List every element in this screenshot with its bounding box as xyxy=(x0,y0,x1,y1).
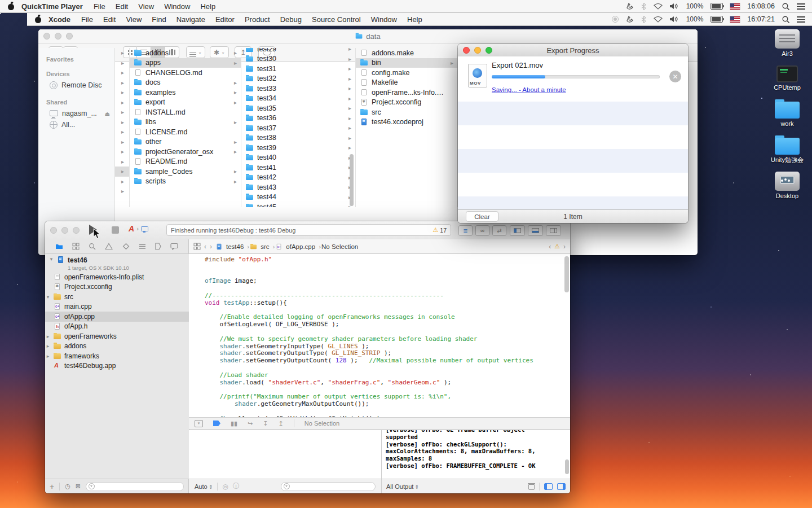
jumpbar-forward-button[interactable]: › xyxy=(210,243,212,251)
finder-item-arrow-stub[interactable]: ▸ xyxy=(115,87,129,98)
finder-item[interactable]: scripts ▸ xyxy=(130,177,241,187)
disclosure-triangle[interactable]: ▸ xyxy=(45,353,51,359)
assistant-editor-button[interactable]: ∞ xyxy=(475,225,489,236)
issue-navigator-icon[interactable] xyxy=(105,243,113,250)
minimize-button[interactable] xyxy=(55,33,61,40)
breadcrumb[interactable]: No Selection › xyxy=(321,243,358,250)
finder-item[interactable]: examples ▸ xyxy=(130,87,241,98)
spotlight-search-icon[interactable] xyxy=(782,16,789,23)
export-titlebar[interactable]: Export Progress xyxy=(458,44,688,57)
finder-item[interactable]: INSTALL.md xyxy=(130,107,241,117)
finder-item[interactable]: addons.make xyxy=(356,48,457,58)
minimize-button[interactable] xyxy=(61,227,68,234)
warning-count-badge[interactable]: ⚠ 17 xyxy=(433,226,447,234)
breakpoints-toggle-icon[interactable] xyxy=(213,421,220,426)
disclosure-triangle[interactable]: ▸ xyxy=(45,343,51,349)
finder-item-arrow-stub[interactable]: ▸ xyxy=(115,157,129,167)
project-navigator-icon[interactable] xyxy=(55,243,63,250)
navigator-row[interactable]: Project.xcconfig xyxy=(45,282,189,292)
menu-item[interactable]: File xyxy=(94,2,105,11)
show-console-view-icon[interactable] xyxy=(557,483,566,490)
zoom-button[interactable] xyxy=(486,47,492,54)
recent-files-icon[interactable]: ◷ xyxy=(65,483,70,490)
battery-icon[interactable] xyxy=(710,16,723,23)
menu-item[interactable]: Edit xyxy=(116,2,128,11)
finder-item[interactable]: test30 ▸ xyxy=(241,54,355,64)
finder-item-arrow-stub[interactable]: ▸ xyxy=(115,58,129,68)
xcode-toolbar[interactable]: A › Finished running test46Debug : test4… xyxy=(45,221,570,240)
menu-item[interactable]: Navigate xyxy=(176,15,205,24)
finder-item[interactable]: test34 ▸ xyxy=(241,94,355,104)
volume-icon[interactable] xyxy=(670,3,679,10)
previous-issue-button[interactable]: ‹ xyxy=(549,243,551,251)
search-navigator-icon[interactable] xyxy=(89,243,96,250)
finder-column-arrows[interactable]: ▸▸▸▸▸▸▸▸▸▸▸▸▸▸▸ xyxy=(115,48,130,207)
menu-item[interactable]: File xyxy=(81,15,93,24)
wifi-icon[interactable] xyxy=(654,16,663,23)
scm-status-icon[interactable]: ⊠ xyxy=(76,483,81,490)
show-variables-view-icon[interactable] xyxy=(544,483,553,490)
toggle-debug-area-button[interactable] xyxy=(528,225,543,236)
menu-item[interactable]: Product xyxy=(245,15,270,24)
finder-item-arrow-stub[interactable]: ▸ xyxy=(115,127,129,137)
finder-item[interactable]: test35 ▸ xyxy=(241,103,355,113)
scheme-selector[interactable]: A › xyxy=(129,224,148,233)
finder-item[interactable]: test29 ▸ xyxy=(241,48,355,54)
breadcrumb[interactable]: test46 › xyxy=(215,243,250,250)
navigator-row[interactable]: ▸ frameworks xyxy=(45,351,189,361)
finder-item[interactable]: apps ▸ xyxy=(130,58,241,68)
finder-item[interactable]: test43 ▸ xyxy=(241,182,355,192)
finder-item[interactable]: other ▸ xyxy=(130,137,241,147)
navigator-row[interactable]: main.cpp xyxy=(45,302,189,312)
zoom-button[interactable] xyxy=(66,33,73,40)
bluetooth-icon[interactable] xyxy=(641,3,646,10)
finder-item[interactable]: CHANGELOG.md xyxy=(130,68,241,78)
navigator-row[interactable]: ▾ src xyxy=(45,292,189,302)
finder-item[interactable]: README.md xyxy=(130,157,241,167)
finder-item-arrow-stub[interactable]: ▸ xyxy=(115,78,129,88)
sidebar-item-all[interactable]: All... xyxy=(38,119,114,130)
close-button[interactable] xyxy=(43,33,50,40)
navigator-row[interactable]: ofApp.h xyxy=(45,322,189,332)
menu-item[interactable]: View xyxy=(138,2,154,11)
step-out-button[interactable]: ↥ xyxy=(279,420,284,427)
desktop-icon[interactable]: Desktop xyxy=(775,172,800,199)
source-editor[interactable]: #include "ofApp.h" ofImage image; //----… xyxy=(189,254,570,417)
navigator-row[interactable]: ▸ openFrameworks xyxy=(45,331,189,341)
finder-item[interactable]: openFrame...ks-Info.plist xyxy=(356,87,457,98)
symbol-navigator-icon[interactable] xyxy=(72,243,80,250)
step-into-button[interactable]: ↧ xyxy=(263,420,268,427)
desktop-icon[interactable]: work xyxy=(775,99,800,127)
version-editor-button[interactable]: ⇄ xyxy=(492,225,506,236)
variables-filter-field[interactable] xyxy=(281,482,376,491)
report-navigator-icon[interactable] xyxy=(170,243,178,250)
finder-item[interactable]: bin ▸ xyxy=(356,58,457,68)
close-button[interactable] xyxy=(50,227,57,234)
column-scrollbar[interactable] xyxy=(350,154,354,206)
finder-titlebar[interactable]: data xyxy=(38,29,698,43)
debug-navigator-icon[interactable] xyxy=(139,243,146,250)
finder-item[interactable]: test44 ▸ xyxy=(241,192,355,203)
finder-item-arrow-stub[interactable]: ▸ xyxy=(115,186,129,196)
finder-item[interactable]: LICENSE.md xyxy=(130,127,241,137)
finder-item-arrow-stub[interactable]: ▸ xyxy=(115,48,129,58)
finder-item[interactable]: test36 ▸ xyxy=(241,113,355,124)
menubar-clock[interactable]: 16:07:21 xyxy=(747,15,775,23)
desktop-icon[interactable]: Unity勉強会 xyxy=(771,135,804,163)
breakpoint-navigator-icon[interactable] xyxy=(155,243,161,250)
related-items-icon[interactable] xyxy=(193,243,201,250)
menu-item[interactable]: Edit xyxy=(103,15,116,24)
info-icon[interactable]: ⓘ xyxy=(233,481,240,491)
watch-icon[interactable]: ◎ xyxy=(222,483,228,491)
input-language-flag-icon[interactable] xyxy=(730,16,740,23)
finder-item[interactable]: addons ▸ xyxy=(130,48,241,58)
sidebar-item-shared-computer[interactable]: nagasm_... ⏏ xyxy=(38,108,114,119)
console-scrollbar[interactable] xyxy=(565,459,569,474)
next-issue-button[interactable]: › xyxy=(563,243,566,251)
variables-view[interactable] xyxy=(189,430,382,479)
finder-item[interactable]: test33 ▸ xyxy=(241,84,355,94)
volume-icon[interactable] xyxy=(670,16,679,23)
menu-item[interactable]: Window xyxy=(371,15,397,24)
navigator-filter-field[interactable] xyxy=(86,482,184,491)
minimize-button[interactable] xyxy=(474,47,481,54)
